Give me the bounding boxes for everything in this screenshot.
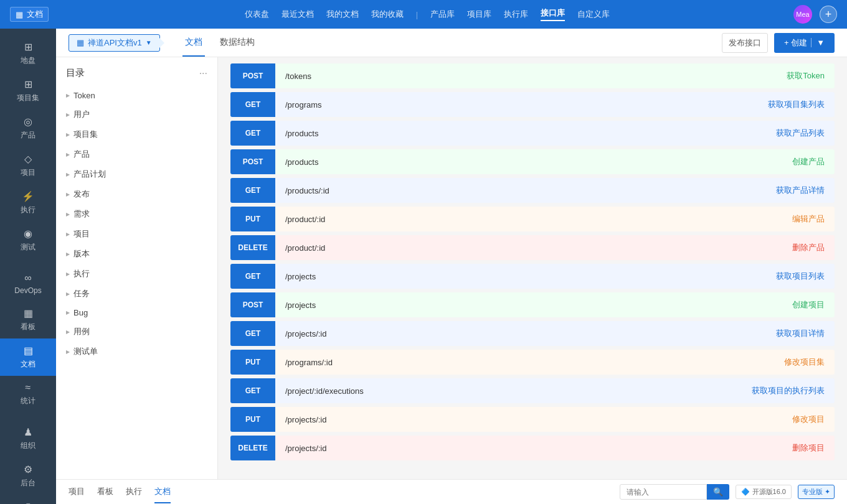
api-row[interactable]: GET /products/:id 获取产品详情 — [230, 178, 835, 203]
search-input[interactable] — [620, 484, 707, 500]
sidebar-item-后台[interactable]: ⚙后台 — [0, 457, 56, 495]
sidebar-item-地盘[interactable]: ⊞地盘 — [0, 35, 56, 72]
nav-separator: | — [416, 10, 418, 19]
sidebar-item-组织[interactable]: ♟组织 — [0, 420, 56, 457]
sub-nav-tab-数据结构[interactable]: 数据结构 — [217, 29, 257, 57]
nav-link-我的收藏[interactable]: 我的收藏 — [371, 9, 404, 20]
search-button[interactable]: 🔍 — [707, 484, 729, 500]
toc-item-产品计划[interactable]: ▶产品计划 — [56, 164, 217, 184]
api-row[interactable]: DELETE /product/:id 删除产品 — [230, 235, 835, 260]
method-badge: GET — [230, 378, 275, 403]
sidebar-item-看板[interactable]: ▦看板 — [0, 301, 56, 338]
nav-link-执行库[interactable]: 执行库 — [504, 9, 528, 20]
toc-item-label: 项目 — [73, 228, 90, 240]
nav-link-仪表盘[interactable]: 仪表盘 — [245, 9, 269, 20]
toc-item-label: 发布 — [73, 189, 90, 200]
sub-nav-tabs: 文档数据结构 — [182, 29, 257, 57]
toc-item-任务[interactable]: ▶任务 — [56, 284, 217, 304]
sidebar-label: 文档 — [21, 359, 35, 370]
toc-items: ▶Token▶用户▶项目集▶产品▶产品计划▶发布▶需求▶项目▶版本▶执行▶任务▶… — [56, 86, 217, 362]
bottom-tab-项目[interactable]: 项目 — [69, 481, 85, 503]
toc-menu-icon[interactable]: ··· — [199, 68, 207, 79]
bottom-right: 🔍 🔷 开源版16.0 专业版 ✦ — [620, 484, 835, 500]
toc-item-执行[interactable]: ▶执行 — [56, 264, 217, 284]
sidebar-item-项目集[interactable]: ⊞项目集 — [0, 72, 56, 110]
sidebar-item-执行[interactable]: ⚡执行 — [0, 184, 56, 222]
toc-item-label: 测试单 — [73, 346, 98, 357]
api-row[interactable]: PUT /product/:id 编辑产品 — [230, 207, 835, 231]
avatar[interactable]: Mea — [793, 5, 812, 24]
publish-button[interactable]: 发布接口 — [722, 33, 768, 53]
sidebar-item-统计[interactable]: ≈统计 — [0, 376, 56, 413]
toc-item-测试单[interactable]: ▶测试单 — [56, 342, 217, 362]
method-badge: POST — [230, 149, 275, 174]
toc-item-label: 执行 — [73, 268, 90, 279]
nav-link-产品库[interactable]: 产品库 — [430, 9, 455, 20]
toc-arrow-icon: ▶ — [66, 212, 70, 217]
nav-link-自定义库[interactable]: 自定义库 — [577, 9, 610, 20]
toc-sidebar: 目录 ··· ▶Token▶用户▶项目集▶产品▶产品计划▶发布▶需求▶项目▶版本… — [56, 57, 218, 479]
sidebar-label: 执行 — [21, 205, 35, 215]
sidebar-icon-执行: ⚡ — [22, 190, 34, 202]
api-row[interactable]: GET /products 获取产品列表 — [230, 121, 835, 146]
logo-label: 文档 — [27, 9, 43, 20]
api-row[interactable]: POST /products 创建产品 — [230, 149, 835, 174]
sidebar-icon-组织: ♟ — [24, 426, 32, 438]
api-row[interactable]: POST /projects 创建项目 — [230, 292, 835, 317]
api-path: /product/:id — [275, 235, 782, 260]
bottom-tab-执行[interactable]: 执行 — [126, 481, 142, 503]
sidebar-collapse-button[interactable]: ≡ — [0, 495, 56, 504]
method-badge: GET — [230, 121, 275, 146]
toc-item-产品[interactable]: ▶产品 — [56, 144, 217, 164]
api-desc: 获取项目列表 — [766, 264, 835, 289]
toc-item-版本[interactable]: ▶版本 — [56, 244, 217, 264]
sidebar-icon-产品: ◎ — [24, 116, 32, 128]
api-row[interactable]: GET /projects/:id 获取项目详情 — [230, 321, 835, 346]
api-row[interactable]: GET /projects 获取项目列表 — [230, 264, 835, 289]
nav-link-接口库[interactable]: 接口库 — [541, 7, 565, 21]
toc-item-label: 任务 — [73, 288, 90, 299]
toc-arrow-icon: ▶ — [66, 291, 70, 297]
api-path: /products — [275, 149, 782, 174]
toc-item-发布[interactable]: ▶发布 — [56, 184, 217, 204]
api-row[interactable]: GET /project/:id/executions 获取项目的执行列表 — [230, 378, 835, 403]
method-badge: GET — [230, 321, 275, 346]
nav-link-最近文档[interactable]: 最近文档 — [282, 9, 314, 20]
api-path: /projects/:id — [275, 407, 782, 432]
api-row[interactable]: GET /programs 获取项目集列表 — [230, 92, 835, 117]
sidebar-icon-测试: ◉ — [24, 228, 32, 240]
api-row[interactable]: POST /tokens 获取Token — [230, 63, 835, 88]
toc-item-label: Bug — [73, 308, 88, 317]
bottom-tab-文档[interactable]: 文档 — [154, 481, 171, 503]
sidebar-item-测试[interactable]: ◉测试 — [0, 222, 56, 259]
sidebar-item-产品[interactable]: ◎产品 — [0, 110, 56, 147]
nav-link-项目库[interactable]: 项目库 — [467, 9, 491, 20]
toc-item-项目[interactable]: ▶项目 — [56, 224, 217, 244]
breadcrumb-tag[interactable]: ▦ 禅道API文档v1 ▼ — [69, 34, 160, 52]
sub-header: ▦ 禅道API文档v1 ▼ 文档数据结构 发布接口 + 创建 ▼ — [56, 29, 847, 57]
sub-nav-tab-文档[interactable]: 文档 — [182, 29, 205, 57]
sidebar-item-DevOps[interactable]: ∞DevOps — [0, 266, 56, 301]
api-row[interactable]: PUT /programs/:id 修改项目集 — [230, 350, 835, 375]
version-icon: 🔷 — [741, 488, 750, 496]
nav-link-我的文档[interactable]: 我的文档 — [326, 9, 359, 20]
toc-item-用例[interactable]: ▶用例 — [56, 322, 217, 342]
pro-badge[interactable]: 专业版 ✦ — [798, 485, 835, 499]
api-row[interactable]: PUT /projects/:id 修改项目 — [230, 407, 835, 432]
bottom-tab-看板[interactable]: 看板 — [97, 481, 113, 503]
top-nav-logo[interactable]: ▦ 文档 — [10, 7, 49, 22]
sidebar-item-项目[interactable]: ◇项目 — [0, 147, 56, 184]
toc-item-用户[interactable]: ▶用户 — [56, 105, 217, 124]
toc-item-Token[interactable]: ▶Token — [56, 86, 217, 105]
api-list: POST /tokens 获取Token GET /programs 获取项目集… — [218, 57, 847, 479]
create-button[interactable]: + 创建 ▼ — [774, 33, 835, 53]
toc-item-需求[interactable]: ▶需求 — [56, 204, 217, 224]
api-row[interactable]: DELETE /projects/:id 删除项目 — [230, 436, 835, 460]
toc-item-Bug[interactable]: ▶Bug — [56, 304, 217, 322]
sidebar-label: 地盘 — [21, 55, 35, 66]
sidebar-label: 组织 — [21, 441, 35, 451]
api-desc: 删除项目 — [782, 436, 835, 460]
add-button[interactable]: + — [820, 6, 837, 23]
toc-item-项目集[interactable]: ▶项目集 — [56, 124, 217, 144]
sidebar-item-文档[interactable]: ▤文档 — [0, 338, 56, 376]
